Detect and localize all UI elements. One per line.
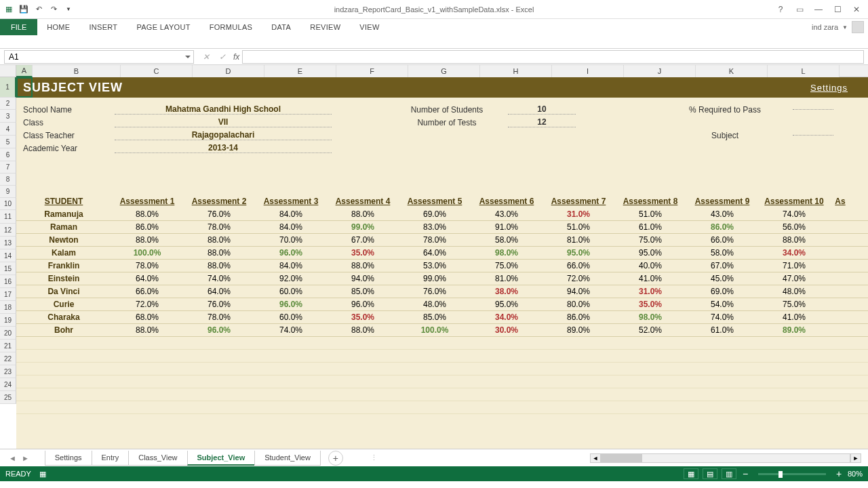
col-header[interactable]: K [696, 65, 768, 77]
page-break-view-icon[interactable]: ▥ [722, 468, 736, 479]
col-header[interactable]: L [768, 65, 840, 77]
row-header[interactable]: 9 [0, 186, 16, 198]
name-box[interactable]: A1 [4, 50, 194, 64]
row-header[interactable]: 17 [0, 288, 16, 301]
col-header[interactable]: I [552, 65, 624, 77]
assessment-cell: 48.0% [758, 287, 830, 296]
row-header[interactable]: 19 [0, 314, 16, 327]
close-icon[interactable]: ✕ [848, 3, 865, 16]
page-layout-view-icon[interactable]: ▤ [703, 468, 717, 479]
row-header[interactable]: 18 [0, 301, 16, 314]
macro-record-icon[interactable]: ▦ [39, 470, 46, 479]
cancel-formula-icon[interactable]: ✕ [198, 50, 214, 64]
sheet-tab[interactable]: Student_View [254, 451, 321, 466]
col-header[interactable]: J [624, 65, 696, 77]
sheet-tab[interactable]: Settings [45, 451, 92, 466]
help-icon[interactable]: ? [772, 3, 789, 16]
settings-link[interactable]: Settings [810, 83, 848, 93]
row-header[interactable]: 20 [0, 327, 16, 340]
select-all-corner[interactable] [0, 65, 16, 77]
tab-insert[interactable]: INSERT [79, 19, 127, 35]
assessment-cell: 35.0% [327, 248, 399, 258]
sheet-tab[interactable]: Class_View [128, 451, 187, 466]
assessment-cell: 34.0% [758, 248, 830, 258]
tab-nav[interactable]: ◄► [7, 454, 31, 462]
col-header[interactable]: A [16, 65, 33, 77]
qat-customize-icon[interactable]: ▼ [62, 3, 75, 16]
assessment-cell: 99.0% [399, 274, 471, 283]
scroll-right-icon[interactable]: ► [850, 453, 861, 463]
ribbon-options-icon[interactable]: ▭ [791, 3, 808, 16]
row-header[interactable]: 21 [0, 340, 16, 352]
assessment-cell: 85.0% [327, 287, 399, 296]
table-row: Bohr88.0%96.0%74.0%88.0%100.0%30.0%89.0%… [16, 324, 868, 337]
row-header[interactable]: 10 [0, 198, 16, 210]
tab-review[interactable]: REVIEW [300, 19, 350, 35]
normal-view-icon[interactable]: ▦ [684, 468, 698, 479]
file-tab[interactable]: FILE [0, 19, 37, 35]
col-header[interactable]: B [33, 65, 121, 77]
undo-icon[interactable]: ↶ [33, 3, 45, 16]
assessment-cell: 86.0% [686, 222, 758, 232]
row-header[interactable]: 6 [0, 148, 16, 161]
row-header[interactable]: 25 [0, 391, 16, 404]
add-sheet-button[interactable]: + [328, 451, 343, 466]
tab-data[interactable]: DATA [262, 19, 300, 35]
assessment-cell: 41.0% [614, 274, 686, 283]
assessment-cell: 75.0% [471, 261, 542, 270]
table-header: Assessment 8 [614, 197, 686, 206]
col-header[interactable]: H [480, 65, 552, 77]
zoom-in-icon[interactable]: + [834, 469, 844, 479]
zoom-slider[interactable] [758, 473, 826, 475]
assessment-cell: 95.0% [614, 248, 686, 258]
minimize-icon[interactable]: — [810, 3, 827, 16]
row-header[interactable]: 5 [0, 136, 16, 148]
tab-view[interactable]: VIEW [350, 19, 389, 35]
row-header[interactable]: 8 [0, 174, 16, 186]
assessment-cell: 94.0% [542, 287, 614, 296]
row-header[interactable]: 22 [0, 352, 16, 365]
row-header[interactable]: 23 [0, 365, 16, 378]
tab-pagelayout[interactable]: PAGE LAYOUT [127, 19, 199, 35]
sheet-tab[interactable]: Entry [92, 451, 130, 466]
row-header[interactable]: 7 [0, 161, 16, 174]
col-header[interactable]: E [264, 65, 336, 77]
tab-home[interactable]: HOME [37, 19, 79, 35]
user-account[interactable]: ind zara▼ [812, 21, 868, 33]
save-icon[interactable]: 💾 [18, 3, 30, 16]
row-header[interactable]: 4 [0, 123, 16, 136]
row-header[interactable]: 16 [0, 275, 16, 288]
insert-function-icon[interactable]: fx [231, 52, 242, 62]
formula-input[interactable] [242, 50, 864, 64]
assessment-cell: 84.0% [255, 209, 327, 219]
row-header[interactable]: 15 [0, 262, 16, 275]
assessment-cell: 60.0% [255, 287, 327, 296]
col-header[interactable]: C [121, 65, 193, 77]
assessment-cell: 61.0% [614, 222, 686, 232]
col-header[interactable]: G [408, 65, 480, 77]
zoom-level[interactable]: 80% [848, 470, 863, 478]
horizontal-scrollbar[interactable]: ◄ ► [590, 453, 861, 463]
redo-icon[interactable]: ↷ [47, 3, 60, 16]
maximize-icon[interactable]: ☐ [829, 3, 846, 16]
enter-formula-icon[interactable]: ✓ [214, 50, 231, 64]
row-header[interactable]: 12 [0, 224, 16, 237]
scroll-thumb[interactable] [601, 454, 642, 462]
tab-formulas[interactable]: FORMULAS [200, 19, 262, 35]
row-header[interactable]: 13 [0, 237, 16, 249]
worksheet-area: A B C D E F G H I J K L 1234567891011121… [0, 65, 868, 449]
row-header[interactable]: 14 [0, 249, 16, 262]
col-header[interactable]: F [336, 65, 408, 77]
worksheet-grid[interactable]: SUBJECT VIEW Settings School Name Mahatm… [16, 77, 868, 449]
row-header[interactable]: 3 [0, 110, 16, 123]
col-header[interactable]: D [193, 65, 264, 77]
scroll-left-icon[interactable]: ◄ [590, 453, 601, 463]
zoom-out-icon[interactable]: − [741, 469, 750, 479]
row-header[interactable]: 11 [0, 210, 16, 224]
assessment-cell: 43.0% [471, 209, 542, 219]
row-header[interactable]: 24 [0, 378, 16, 391]
row-header[interactable]: 2 [0, 98, 16, 110]
row-header[interactable]: 1 [0, 77, 16, 98]
label-numstudents: Number of Students [386, 105, 508, 115]
sheet-tab[interactable]: Subject_View [187, 451, 256, 466]
